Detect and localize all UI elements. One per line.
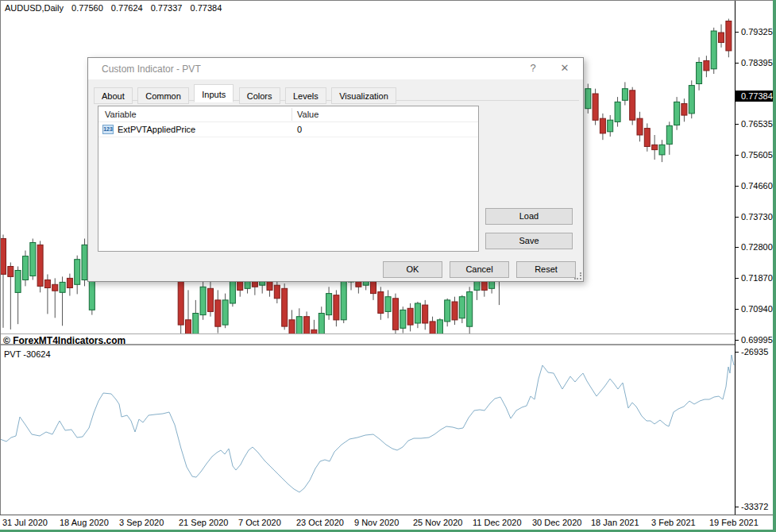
pvt-tick-label: -26935 bbox=[741, 347, 768, 357]
dialog-title: Custom Indicator - PVT bbox=[102, 64, 201, 75]
price-tick-label: 0.74660 bbox=[741, 181, 773, 191]
candle-body bbox=[445, 300, 450, 322]
date-tick-label: 18 Aug 2020 bbox=[60, 518, 109, 527]
tab-inputs[interactable]: Inputs bbox=[194, 84, 234, 102]
variable-value-cell[interactable]: 0 bbox=[297, 125, 302, 134]
candle-body bbox=[52, 284, 58, 291]
candle-body bbox=[208, 288, 214, 311]
candle-body bbox=[334, 295, 339, 320]
candle-body bbox=[319, 314, 324, 334]
candle-body bbox=[60, 282, 65, 292]
pvt-tick-label: -33372 bbox=[741, 502, 768, 511]
dialog-titlebar[interactable]: Custom Indicator - PVT ? ✕ bbox=[88, 58, 583, 79]
chart-frame-top bbox=[0, 0, 773, 1]
table-row[interactable]: 123 ExtPVTAppliedPrice 0 bbox=[98, 122, 478, 137]
candle-body bbox=[30, 243, 36, 276]
pvt-value-label: PVT -30624 bbox=[4, 349, 51, 359]
tab-about[interactable]: About bbox=[94, 87, 133, 104]
ohlc-close: 0.77384 bbox=[191, 3, 222, 13]
inputs-table: Variable Value 123 ExtPVTAppliedPrice 0 bbox=[98, 106, 479, 252]
price-tick bbox=[735, 217, 739, 218]
price-tick-label: 0.70940 bbox=[741, 304, 773, 314]
candle-body bbox=[615, 102, 620, 121]
date-tick-label: 21 Sep 2020 bbox=[179, 518, 228, 527]
candle-body bbox=[341, 280, 346, 320]
candle-body bbox=[15, 271, 21, 293]
candle-body bbox=[652, 145, 658, 149]
candle-body bbox=[659, 145, 665, 155]
candle-body bbox=[719, 33, 724, 43]
numeric-type-icon: 123 bbox=[102, 125, 114, 134]
date-tick-label: 25 Nov 2020 bbox=[413, 518, 462, 527]
candle-body bbox=[326, 294, 332, 315]
tab-levels[interactable]: Levels bbox=[285, 87, 326, 104]
price-tick-label: 0.78395 bbox=[741, 58, 773, 67]
candle-body bbox=[437, 320, 442, 333]
candle-body bbox=[593, 94, 598, 120]
candle-body bbox=[200, 287, 206, 314]
candle-body bbox=[467, 292, 473, 327]
tab-common[interactable]: Common bbox=[137, 87, 189, 104]
price-tick-label: 0.72800 bbox=[741, 242, 773, 252]
candle-body bbox=[400, 310, 406, 328]
candle-body bbox=[666, 125, 672, 144]
ohlc-high: 0.77624 bbox=[111, 3, 143, 13]
candle-body bbox=[637, 118, 643, 135]
candle-body bbox=[296, 317, 302, 333]
price-tick bbox=[735, 247, 739, 248]
candle-body bbox=[681, 104, 687, 116]
watermark-strip: © ForexMT4Indicators.com bbox=[0, 333, 735, 345]
candle-body bbox=[282, 288, 288, 326]
candle-body bbox=[674, 102, 680, 125]
pvt-line bbox=[0, 355, 734, 492]
reset-button[interactable]: Reset bbox=[516, 261, 576, 278]
tab-colors[interactable]: Colors bbox=[239, 87, 280, 104]
candle-body bbox=[193, 314, 199, 334]
symbol-period-label: AUDUSD,Daily bbox=[5, 3, 64, 13]
date-tick-label: 3 Sep 2020 bbox=[119, 518, 164, 527]
date-tick-label: 11 Dec 2020 bbox=[473, 518, 522, 527]
date-tick-label: 9 Nov 2020 bbox=[354, 518, 399, 527]
candle-body bbox=[726, 21, 732, 51]
candle-body bbox=[711, 31, 716, 69]
price-tick-label: 0.71870 bbox=[741, 273, 773, 283]
candle-body bbox=[1, 239, 6, 275]
pvt-line-chart bbox=[0, 347, 735, 515]
price-tick bbox=[735, 32, 739, 33]
column-divider bbox=[291, 108, 292, 121]
time-axis: 31 Jul 202018 Aug 20203 Sep 202021 Sep 2… bbox=[0, 515, 773, 530]
price-tick bbox=[735, 278, 739, 279]
candle-body bbox=[415, 303, 420, 323]
tab-visualization[interactable]: Visualization bbox=[331, 87, 396, 104]
candle-body bbox=[423, 305, 428, 323]
save-button[interactable]: Save bbox=[485, 233, 573, 249]
candle-body bbox=[44, 280, 50, 288]
date-tick-label: 31 Jul 2020 bbox=[2, 518, 48, 527]
candle-body bbox=[622, 89, 627, 101]
chart-legend: AUDUSD,Daily 0.77560 0.77624 0.77337 0.7… bbox=[5, 3, 227, 13]
column-header-value: Value bbox=[297, 110, 319, 119]
candle-body bbox=[385, 297, 391, 312]
date-tick-label: 19 Feb 2021 bbox=[709, 518, 759, 527]
resize-grip[interactable] bbox=[574, 272, 581, 279]
candle-body bbox=[644, 129, 650, 147]
help-icon[interactable]: ? bbox=[524, 61, 542, 75]
price-tick bbox=[735, 340, 739, 341]
load-button[interactable]: Load bbox=[485, 208, 573, 225]
ok-button[interactable]: OK bbox=[383, 261, 442, 278]
date-tick-label: 3 Feb 2021 bbox=[651, 518, 696, 527]
price-tick-label: 0.73730 bbox=[741, 212, 773, 222]
chart-frame-left bbox=[0, 0, 1, 515]
candle-body bbox=[430, 322, 435, 333]
price-tick bbox=[735, 186, 739, 187]
candle-body bbox=[689, 86, 694, 114]
inputs-table-header: Variable Value bbox=[98, 106, 478, 122]
close-icon[interactable]: ✕ bbox=[556, 61, 573, 75]
candle-body bbox=[585, 89, 591, 109]
candle-body bbox=[697, 63, 702, 84]
candle-body bbox=[378, 292, 384, 314]
candle-body bbox=[215, 300, 221, 326]
cancel-button[interactable]: Cancel bbox=[450, 261, 509, 278]
candle-body bbox=[222, 300, 228, 325]
candle-body bbox=[459, 297, 465, 318]
